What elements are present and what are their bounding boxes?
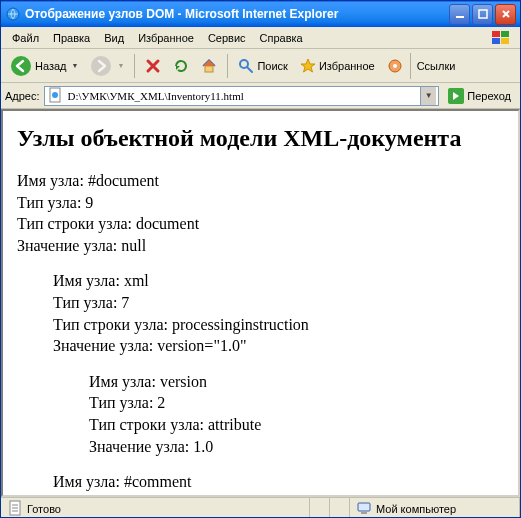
window-title: Отображение узлов DOM - Microsoft Intern… — [25, 7, 449, 21]
svg-rect-6 — [501, 38, 509, 44]
status-ready-pane: Готово — [1, 498, 310, 518]
address-label: Адрес: — [5, 90, 40, 102]
node-type-line: Тип узла: 2 — [89, 392, 504, 414]
status-zone-pane: Мой компьютер — [350, 498, 520, 518]
search-button[interactable]: Поиск — [233, 53, 292, 79]
back-button[interactable]: Назад ▼ — [5, 53, 83, 79]
media-button[interactable] — [382, 53, 408, 79]
svg-point-8 — [91, 56, 111, 76]
status-bar: Готово Мой компьютер — [1, 497, 520, 518]
address-bar: Адрес: ▼ Переход — [1, 83, 520, 109]
computer-icon — [356, 500, 372, 518]
node-stringType-line: Тип строки узла: attribute — [89, 414, 504, 436]
svg-rect-4 — [501, 31, 509, 37]
address-dropdown[interactable]: ▼ — [420, 87, 436, 105]
node-stringType-line: Тип строки узла: processinginstruction — [53, 314, 504, 336]
dom-node-block: Имя узла: #commentТип узла: 8 — [53, 471, 504, 497]
forward-button[interactable]: ▼ — [85, 53, 129, 79]
dom-node-block: Имя узла: versionТип узла: 2Тип строки у… — [89, 371, 504, 457]
svg-rect-17 — [358, 503, 370, 511]
page-icon — [47, 87, 63, 105]
svg-rect-9 — [205, 66, 213, 72]
document-icon — [7, 500, 23, 518]
go-label: Переход — [467, 90, 511, 102]
node-type-line: Тип узла: 7 — [53, 292, 504, 314]
menu-help[interactable]: Справка — [253, 30, 310, 46]
chevron-down-icon: ▼ — [72, 62, 79, 69]
address-box: ▼ — [44, 86, 440, 106]
links-pane[interactable]: Ссылки — [410, 53, 462, 79]
toolbar: Назад ▼ ▼ Поиск Избранное Ссылки — [1, 49, 520, 83]
node-name-line: Имя узла: version — [89, 371, 504, 393]
status-ready-text: Готово — [27, 503, 61, 515]
favorites-button[interactable]: Избранное — [295, 53, 380, 79]
menu-favorites[interactable]: Избранное — [131, 30, 201, 46]
svg-rect-2 — [479, 10, 487, 18]
search-label: Поиск — [257, 60, 287, 72]
dom-node-block: Имя узла: xmlТип узла: 7Тип строки узла:… — [53, 270, 504, 356]
go-button[interactable]: Переход — [443, 86, 516, 106]
menu-view[interactable]: Вид — [97, 30, 131, 46]
menu-edit[interactable]: Правка — [46, 30, 97, 46]
svg-point-7 — [11, 56, 31, 76]
favorites-label: Избранное — [319, 60, 375, 72]
menu-file[interactable]: Файл — [5, 30, 46, 46]
node-value-line: Значение узла: 1.0 — [89, 436, 504, 458]
svg-rect-18 — [361, 512, 367, 514]
page-content[interactable]: Узлы объектной модели XML-документа Имя … — [1, 109, 520, 497]
svg-rect-5 — [492, 38, 500, 44]
minimize-button[interactable] — [449, 4, 470, 25]
toolbar-separator — [134, 54, 135, 78]
chevron-down-icon: ▼ — [117, 62, 124, 69]
menu-bar: Файл Правка Вид Избранное Сервис Справка — [1, 27, 520, 49]
page-heading: Узлы объектной модели XML-документа — [17, 125, 504, 152]
node-name-line: Имя узла: #document — [17, 170, 504, 192]
svg-point-14 — [52, 92, 58, 98]
status-zone-text: Мой компьютер — [376, 503, 456, 515]
back-label: Назад — [35, 60, 67, 72]
dom-node-block: Имя узла: #documentТип узла: 9Тип строки… — [17, 170, 504, 256]
maximize-button[interactable] — [472, 4, 493, 25]
status-pane-empty2 — [330, 498, 350, 518]
svg-rect-3 — [492, 31, 500, 37]
close-button[interactable] — [495, 4, 516, 25]
svg-rect-1 — [456, 16, 464, 18]
refresh-button[interactable] — [168, 53, 194, 79]
stop-button[interactable] — [140, 53, 166, 79]
title-bar: Отображение узлов DOM - Microsoft Intern… — [1, 1, 520, 27]
node-type-line: Тип узла: 9 — [17, 192, 504, 214]
windows-flag-icon — [484, 27, 518, 49]
node-name-line: Имя узла: xml — [53, 270, 504, 292]
home-button[interactable] — [196, 53, 222, 79]
ie-icon — [5, 6, 21, 22]
svg-point-12 — [393, 64, 397, 68]
address-input[interactable] — [66, 89, 418, 103]
node-name-line: Имя узла: #comment — [53, 471, 504, 493]
status-pane-empty1 — [310, 498, 330, 518]
menu-tools[interactable]: Сервис — [201, 30, 253, 46]
node-value-line: Значение узла: null — [17, 235, 504, 257]
links-label: Ссылки — [417, 60, 456, 72]
toolbar-separator — [227, 54, 228, 78]
node-stringType-line: Тип строки узла: document — [17, 213, 504, 235]
node-value-line: Значение узла: version="1.0" — [53, 335, 504, 357]
